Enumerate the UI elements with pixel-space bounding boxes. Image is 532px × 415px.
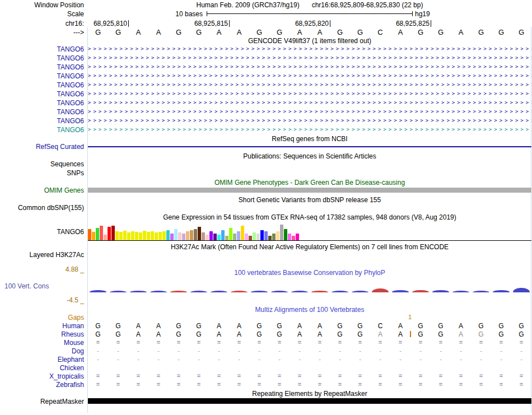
- gencode-transcript-arrows[interactable]: >>>>>>>>>>>>>>>>>>>>>>>>>>>>>>>>>>>>>>>>…: [88, 125, 531, 133]
- gtex-bar[interactable]: [92, 232, 95, 240]
- gtex-bar[interactable]: [221, 230, 225, 240]
- gtex-bar[interactable]: [268, 236, 272, 240]
- gtex-bar[interactable]: [119, 232, 123, 240]
- gencode-transcript-label[interactable]: TANGO6: [0, 81, 84, 89]
- gtex-bar[interactable]: [123, 231, 127, 240]
- gtex-bar[interactable]: [108, 227, 111, 240]
- gtex-bar[interactable]: [229, 228, 232, 240]
- gencode-transcript-label[interactable]: TANGO6: [0, 90, 84, 98]
- gencode-transcript-arrows[interactable]: >>>>>>>>>>>>>>>>>>>>>>>>>>>>>>>>>>>>>>>>…: [88, 72, 531, 80]
- gtex-bar[interactable]: [264, 231, 268, 240]
- repeatmasker-track-title: Repeating Elements by RepeatMasker: [88, 390, 531, 398]
- gencode-transcript-label[interactable]: TANGO6: [0, 45, 84, 53]
- gtex-bar[interactable]: [178, 232, 181, 240]
- gtex-bar[interactable]: [256, 234, 260, 240]
- position-ruler[interactable]: 68,925,81068,925,81568,925,82068,925,825: [0, 20, 532, 27]
- scale-bar: [207, 11, 413, 16]
- gtex-bar[interactable]: [296, 234, 299, 240]
- gtex-bar[interactable]: [272, 234, 276, 240]
- gtex-bar[interactable]: [88, 229, 91, 240]
- gtex-bar[interactable]: [131, 231, 134, 240]
- conservation-track[interactable]: [0, 283, 532, 292]
- gtex-bar[interactable]: [100, 226, 103, 240]
- gtex-bar[interactable]: [288, 234, 291, 240]
- gtex-bar[interactable]: [245, 234, 248, 240]
- gtex-bar[interactable]: [260, 230, 264, 240]
- species-label-dog[interactable]: Dog: [0, 347, 84, 355]
- gencode-transcript-arrows[interactable]: >>>>>>>>>>>>>>>>>>>>>>>>>>>>>>>>>>>>>>>>…: [88, 54, 531, 62]
- alignment-cell: A: [290, 330, 310, 338]
- gtex-bar[interactable]: [249, 236, 252, 240]
- species-label-zebrafish[interactable]: Zebrafish: [0, 381, 84, 389]
- gtex-bar[interactable]: [217, 235, 221, 240]
- gtex-bar[interactable]: [143, 231, 146, 240]
- gencode-transcript-label[interactable]: TANGO6: [0, 72, 84, 80]
- repeatmasker-bar[interactable]: [88, 398, 531, 404]
- gtex-bar[interactable]: [158, 232, 162, 240]
- gtex-bar[interactable]: [280, 225, 283, 240]
- gtex-bar[interactable]: [104, 235, 107, 240]
- gencode-transcript-arrows[interactable]: >>>>>>>>>>>>>>>>>>>>>>>>>>>>>>>>>>>>>>>>…: [88, 116, 531, 124]
- refseq-transcript-line[interactable]: [88, 146, 531, 147]
- gencode-transcript-label[interactable]: TANGO6: [0, 63, 84, 71]
- gtex-bar[interactable]: [96, 228, 99, 240]
- gencode-transcript-label[interactable]: TANGO6: [0, 126, 84, 134]
- alignment-cell: G: [88, 330, 108, 338]
- gencode-transcript-arrows[interactable]: >>>>>>>>>>>>>>>>>>>>>>>>>>>>>>>>>>>>>>>>…: [88, 99, 531, 106]
- h3k27ac-label[interactable]: Layered H3K27Ac: [0, 251, 84, 259]
- gtex-bar[interactable]: [206, 235, 209, 240]
- species-label-chicken[interactable]: Chicken: [0, 364, 84, 372]
- gencode-transcript-arrows[interactable]: >>>>>>>>>>>>>>>>>>>>>>>>>>>>>>>>>>>>>>>>…: [88, 45, 531, 53]
- gtex-bar[interactable]: [190, 230, 193, 240]
- gtex-bar[interactable]: [202, 232, 205, 240]
- gtex-bar[interactable]: [233, 234, 236, 240]
- gtex-bar[interactable]: [237, 231, 240, 240]
- gtex-bar[interactable]: [115, 231, 119, 240]
- gtex-bar[interactable]: [162, 231, 166, 240]
- multiz-gaps-label[interactable]: Gaps: [0, 314, 84, 321]
- gencode-transcript-arrows[interactable]: >>>>>>>>>>>>>>>>>>>>>>>>>>>>>>>>>>>>>>>>…: [88, 108, 531, 115]
- gencode-transcript-label[interactable]: TANGO6: [0, 108, 84, 116]
- gtex-bar[interactable]: [292, 236, 295, 240]
- snps-label[interactable]: SNPs: [0, 169, 84, 177]
- gtex-bar[interactable]: [170, 234, 174, 240]
- omim-gene-bar[interactable]: [88, 188, 531, 193]
- gencode-transcript-label[interactable]: TANGO6: [0, 117, 84, 125]
- gtex-bar[interactable]: [241, 226, 244, 240]
- gtex-bar[interactable]: [209, 231, 213, 240]
- gtex-bar[interactable]: [253, 232, 256, 240]
- gencode-transcript-arrows[interactable]: >>>>>>>>>>>>>>>>>>>>>>>>>>>>>>>>>>>>>>>>…: [88, 90, 531, 97]
- species-label-mouse[interactable]: Mouse: [0, 339, 84, 347]
- gtex-bar[interactable]: [147, 232, 150, 240]
- refseq-curated-label[interactable]: RefSeq Curated: [0, 143, 84, 151]
- gtex-bar[interactable]: [127, 232, 130, 240]
- omim-genes-label[interactable]: OMIM Genes: [0, 186, 84, 194]
- dbsnp-label[interactable]: Common dbSNP(155): [0, 204, 84, 212]
- gtex-bar[interactable]: [174, 229, 178, 240]
- species-label-elephant[interactable]: Elephant: [0, 356, 84, 363]
- gencode-transcript-arrows[interactable]: >>>>>>>>>>>>>>>>>>>>>>>>>>>>>>>>>>>>>>>>…: [88, 63, 531, 71]
- species-label-rhesus[interactable]: Rhesus: [0, 330, 84, 338]
- gtex-bar[interactable]: [182, 234, 185, 240]
- gtex-bar[interactable]: [111, 226, 115, 240]
- gtex-expression-chart[interactable]: [0, 225, 532, 240]
- gtex-bar[interactable]: [151, 231, 154, 240]
- gencode-transcript-label[interactable]: TANGO6: [0, 99, 84, 107]
- gtex-bar[interactable]: [284, 229, 287, 240]
- sequences-label[interactable]: Sequences: [0, 160, 84, 168]
- gtex-bar[interactable]: [139, 232, 142, 240]
- gtex-bar[interactable]: [276, 231, 279, 240]
- gencode-transcript-arrows[interactable]: >>>>>>>>>>>>>>>>>>>>>>>>>>>>>>>>>>>>>>>>…: [88, 81, 531, 88]
- gtex-bar[interactable]: [213, 234, 217, 240]
- gtex-bar[interactable]: [225, 236, 228, 240]
- gtex-bar[interactable]: [194, 229, 197, 240]
- repeatmasker-label[interactable]: RepeatMasker: [0, 398, 84, 405]
- species-label-human[interactable]: Human: [0, 322, 84, 330]
- gtex-bar[interactable]: [155, 232, 158, 240]
- gtex-bar[interactable]: [198, 227, 201, 240]
- species-label-x_tropicalis[interactable]: X_tropicalis: [0, 372, 84, 380]
- gtex-bar[interactable]: [186, 231, 189, 240]
- gtex-bar[interactable]: [166, 230, 170, 240]
- gencode-transcript-label[interactable]: TANGO6: [0, 54, 84, 62]
- gtex-bar[interactable]: [135, 232, 138, 240]
